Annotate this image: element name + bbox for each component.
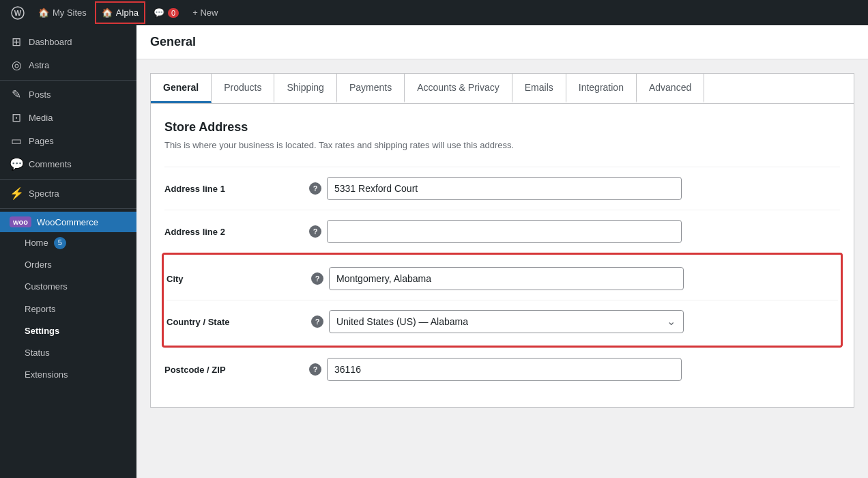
woo-badge: woo <box>10 216 31 227</box>
form-row-country: Country / State ? United States (US) — A… <box>167 300 838 343</box>
sidebar-item-media[interactable]: ⊡ Media <box>0 107 136 130</box>
sidebar-item-extensions[interactable]: Extensions <box>0 364 136 386</box>
spectra-icon: ⚡ <box>10 187 23 201</box>
tab-products[interactable]: Products <box>212 74 274 103</box>
sidebar-item-label: Pages <box>29 135 54 147</box>
extensions-label: Extensions <box>25 369 68 381</box>
field-country: ? United States (US) — Alabama United St… <box>311 310 838 333</box>
new-content-button[interactable]: + New <box>187 0 223 25</box>
new-label: + New <box>192 8 218 18</box>
label-address2: Address line 2 <box>164 227 301 237</box>
sidebar-item-dashboard[interactable]: ⊞ Dashboard <box>0 31 136 54</box>
admin-bar: W 🏠 My Sites 🏠 Alpha 💬 0 + New <box>0 0 868 25</box>
sidebar-item-label: Spectra <box>29 188 59 200</box>
input-postcode[interactable] <box>327 358 682 381</box>
tab-general[interactable]: General <box>151 74 212 103</box>
sidebar-item-settings[interactable]: Settings <box>0 320 136 342</box>
page-header: General <box>136 25 868 59</box>
form-row-address1: Address line 1 ? <box>164 167 840 210</box>
label-country: Country / State <box>167 317 303 327</box>
help-icon-address2[interactable]: ? <box>309 225 321 238</box>
highlight-region: City ? Country / State ? <box>162 253 843 348</box>
sidebar-item-spectra[interactable]: ⚡ Spectra <box>0 182 136 206</box>
help-icon-country[interactable]: ? <box>311 315 323 328</box>
my-sites-icon: 🏠 <box>38 8 49 18</box>
site-alpha-button[interactable]: 🏠 Alpha <box>95 1 145 24</box>
main-layout: ⊞ Dashboard ◎ Astra ✎ Posts ⊡ Media ▭ Pa… <box>0 25 868 478</box>
input-city[interactable] <box>329 267 684 290</box>
comments-icon: 💬 <box>154 8 164 18</box>
comments-count: 0 <box>168 8 179 18</box>
media-icon: ⊡ <box>10 111 23 125</box>
help-icon-address1[interactable]: ? <box>309 182 321 195</box>
select-country[interactable]: United States (US) — Alabama United Stat… <box>329 310 684 333</box>
tab-shipping[interactable]: Shipping <box>274 74 337 103</box>
tab-emails[interactable]: Emails <box>512 74 566 103</box>
astra-icon: ◎ <box>10 59 23 72</box>
form-row-address2: Address line 2 ? <box>164 210 840 253</box>
content-area: General General Products Shipping Paymen… <box>136 25 868 478</box>
home-badge: 5 <box>54 237 66 249</box>
help-icon-city[interactable]: ? <box>311 272 323 285</box>
input-address1[interactable] <box>327 177 682 200</box>
wp-logo-button[interactable]: W <box>5 0 30 25</box>
input-address2[interactable] <box>327 220 682 243</box>
status-label: Status <box>25 347 50 359</box>
section-description: This is where your business is located. … <box>164 140 840 150</box>
home-label: Home <box>25 237 48 249</box>
select-wrapper-country: United States (US) — Alabama United Stat… <box>329 310 684 333</box>
comments-button[interactable]: 💬 0 <box>148 0 184 25</box>
sidebar-item-woocommerce[interactable]: woo WooCommerce <box>0 212 136 232</box>
sidebar-item-label: Astra <box>29 59 49 72</box>
settings-label: Settings <box>25 325 59 337</box>
sidebar-section-spectra: ⚡ Spectra <box>0 179 136 206</box>
form-row-postcode: Postcode / ZIP ? <box>164 348 840 391</box>
dashboard-icon: ⊞ <box>10 36 23 49</box>
orders-label: Orders <box>25 259 52 271</box>
comments-sidebar-icon: 💬 <box>10 158 23 171</box>
field-address1: ? <box>309 177 840 200</box>
sidebar: ⊞ Dashboard ◎ Astra ✎ Posts ⊡ Media ▭ Pa… <box>0 25 136 478</box>
tab-accounts-privacy[interactable]: Accounts & Privacy <box>405 74 512 103</box>
sidebar-woo-label: WooCommerce <box>37 217 98 227</box>
sidebar-item-customers[interactable]: Customers <box>0 276 136 298</box>
pages-icon: ▭ <box>10 135 23 148</box>
site-label: Alpha <box>116 8 139 18</box>
sidebar-item-orders[interactable]: Orders <box>0 254 136 276</box>
section-title: Store Address <box>164 120 840 135</box>
field-postcode: ? <box>309 358 840 381</box>
tab-advanced[interactable]: Advanced <box>637 74 704 103</box>
field-address2: ? <box>309 220 840 243</box>
sidebar-item-label: Dashboard <box>29 36 72 48</box>
woo-submenu: Home 5 Orders Customers Reports Settings… <box>0 232 136 386</box>
sidebar-item-label: Media <box>29 112 53 124</box>
tab-payments[interactable]: Payments <box>337 74 405 103</box>
label-postcode: Postcode / ZIP <box>164 365 301 375</box>
my-sites-button[interactable]: 🏠 My Sites <box>33 0 92 25</box>
sidebar-item-posts[interactable]: ✎ Posts <box>0 83 136 107</box>
reports-label: Reports <box>25 303 56 315</box>
sidebar-item-status[interactable]: Status <box>0 342 136 364</box>
label-city: City <box>167 274 303 284</box>
sidebar-item-label: Posts <box>29 89 51 101</box>
sidebar-section-content: ✎ Posts ⊡ Media ▭ Pages 💬 Comments <box>0 80 136 176</box>
site-home-icon: 🏠 <box>102 8 113 18</box>
sidebar-section-woo: woo WooCommerce Home 5 Orders Customers … <box>0 208 136 386</box>
label-address1: Address line 1 <box>164 184 301 194</box>
posts-icon: ✎ <box>10 88 23 102</box>
help-icon-postcode[interactable]: ? <box>309 363 321 376</box>
sidebar-item-home[interactable]: Home 5 <box>0 232 136 254</box>
sidebar-item-pages[interactable]: ▭ Pages <box>0 130 136 153</box>
svg-text:W: W <box>14 9 22 17</box>
customers-label: Customers <box>25 281 68 293</box>
form-area: Store Address This is where your busines… <box>150 103 854 408</box>
form-row-city: City ? <box>167 257 838 300</box>
page-content: General Products Shipping Payments Accou… <box>136 59 868 421</box>
field-city: ? <box>311 267 838 290</box>
sidebar-item-label: Comments <box>29 158 72 171</box>
sidebar-item-comments[interactable]: 💬 Comments <box>0 153 136 176</box>
sidebar-item-astra[interactable]: ◎ Astra <box>0 54 136 77</box>
tab-integration[interactable]: Integration <box>566 74 637 103</box>
tabs-container: General Products Shipping Payments Accou… <box>150 73 854 103</box>
sidebar-item-reports[interactable]: Reports <box>0 298 136 320</box>
